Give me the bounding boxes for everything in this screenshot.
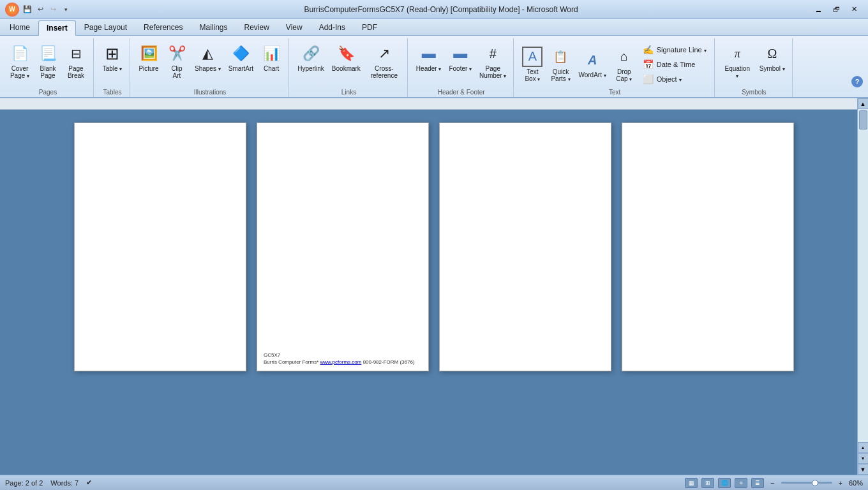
header-label: Header ▾	[416, 65, 442, 72]
tab-home[interactable]: Home	[1, 20, 38, 35]
hyperlink-button[interactable]: 🔗 Hyperlink	[294, 41, 327, 75]
smartart-button[interactable]: 🔷 SmartArt	[225, 41, 257, 75]
table-button[interactable]: ⊞ Table ▾	[99, 41, 126, 75]
date-time-button[interactable]: 📅 Date & Time	[639, 57, 710, 71]
page-break-button[interactable]: ⊟ PageBreak	[63, 41, 89, 82]
symbol-button[interactable]: Ω Symbol ▾	[756, 41, 788, 75]
zoom-plus-button[interactable]: +	[839, 479, 842, 487]
tab-add-ins[interactable]: Add-Ins	[311, 20, 354, 35]
word-count: Words: 7	[50, 479, 79, 487]
ribbon-group-tables: ⊞ Table ▾ Tables	[95, 38, 130, 97]
undo-button[interactable]: ↩	[34, 4, 46, 15]
tables-group-label: Tables	[99, 87, 126, 97]
equation-label: Equation ▾	[723, 65, 752, 79]
minimize-button[interactable]: 🗕	[811, 3, 827, 16]
outline-view-button[interactable]: ≡	[735, 478, 747, 488]
bookmark-button[interactable]: 🔖 Bookmark	[329, 41, 364, 75]
tab-references[interactable]: References	[135, 20, 191, 35]
wordart-button[interactable]: A WordArt ▾	[575, 47, 609, 81]
customize-quick-access-button[interactable]: ▾	[60, 4, 71, 15]
full-screen-view-button[interactable]: ⊞	[701, 478, 714, 488]
titlebar: W 💾 ↩ ↪ ▾ BurrisComputerFormsGC5X7 (Read…	[0, 0, 868, 19]
illustrations-group-label: Illustrations	[135, 87, 285, 97]
tab-review[interactable]: Review	[236, 20, 277, 35]
page-number-label: PageNumber ▾	[479, 65, 506, 79]
ribbon-group-pages: 📄 CoverPage ▾ 📃 BlankPage ⊟ PageBreak Pa…	[3, 38, 94, 97]
header-button[interactable]: ▬ Header ▾	[413, 41, 445, 75]
symbol-label: Symbol ▾	[760, 65, 785, 72]
shapes-icon: ◭	[197, 43, 218, 64]
links-buttons: 🔗 Hyperlink 🔖 Bookmark ↗ Cross-reference	[294, 38, 403, 87]
scroll-page-down-button[interactable]: ▾	[858, 453, 869, 464]
page-4	[622, 122, 794, 371]
drop-cap-icon: ⌂	[614, 47, 634, 67]
page-3	[439, 122, 611, 371]
help-button[interactable]: ?	[851, 76, 863, 87]
equation-button[interactable]: π Equation ▾	[720, 41, 755, 82]
web-layout-view-button[interactable]: 🌐	[718, 478, 731, 488]
object-icon: ⬜	[643, 74, 654, 84]
quick-access-toolbar: 💾 ↩ ↪ ▾	[22, 4, 71, 15]
table-label: Table ▾	[103, 65, 123, 72]
proofing-icon[interactable]: ✔	[86, 479, 92, 487]
pages-group-label: Pages	[6, 87, 89, 97]
print-layout-view-button[interactable]: ▦	[685, 478, 698, 488]
close-button[interactable]: ✕	[846, 3, 863, 16]
ribbon-group-header-footer: ▬ Header ▾ ▬ Footer ▾ # PageNumber ▾ Hea…	[409, 38, 514, 97]
scroll-thumb[interactable]	[859, 110, 867, 130]
page-number-icon: #	[483, 43, 503, 64]
tab-mailings[interactable]: Mailings	[191, 20, 236, 35]
tab-insert[interactable]: Insert	[38, 20, 76, 36]
page-number-button[interactable]: # PageNumber ▾	[476, 41, 509, 82]
clip-art-label: ClipArt	[171, 65, 182, 79]
date-time-icon: 📅	[643, 59, 654, 70]
restore-button[interactable]: 🗗	[828, 3, 845, 16]
tab-page-layout[interactable]: Page Layout	[76, 20, 135, 35]
equation-icon: π	[727, 43, 747, 64]
chart-icon: 📊	[261, 43, 281, 64]
illustrations-buttons: 🖼️ Picture ✂️ ClipArt ◭ Shapes ▾ 🔷 Smart…	[135, 38, 285, 87]
ribbon-group-symbols: π Equation ▾ Ω Symbol ▾ Symbols	[716, 38, 793, 97]
zoom-slider[interactable]	[781, 479, 832, 487]
signature-line-button[interactable]: ✍ Signature Line ▾	[639, 43, 710, 57]
zoom-minus-button[interactable]: −	[770, 479, 774, 487]
object-button[interactable]: ⬜ Object ▾	[639, 72, 710, 86]
scroll-page-up-button[interactable]: ▴	[858, 442, 869, 453]
draft-view-button[interactable]: ≣	[751, 478, 764, 488]
save-button[interactable]: 💾	[22, 4, 33, 15]
blank-page-button[interactable]: 📃 BlankPage	[34, 41, 61, 82]
date-time-label: Date & Time	[657, 61, 696, 68]
footer-url[interactable]: www.pcforms.com	[320, 359, 361, 365]
tab-view[interactable]: View	[278, 20, 311, 35]
office-logo[interactable]: W	[5, 3, 19, 17]
cross-reference-button[interactable]: ↗ Cross-reference	[365, 41, 403, 82]
footer-label: Footer ▾	[449, 65, 472, 72]
quick-parts-button[interactable]: 📋 QuickParts ▾	[547, 44, 574, 85]
redo-button[interactable]: ↪	[47, 4, 59, 15]
cover-page-button[interactable]: 📄 CoverPage ▾	[6, 41, 33, 82]
text-box-button[interactable]: A TextBox ▾	[519, 44, 546, 85]
ribbon-group-text: A TextBox ▾ 📋 QuickParts ▾ A WordArt ▾ ⌂…	[515, 38, 714, 97]
footer-button[interactable]: ▬ Footer ▾	[445, 41, 475, 75]
chart-button[interactable]: 📊 Chart	[258, 41, 285, 75]
ruler	[0, 98, 868, 110]
scroll-up-button[interactable]: ▲	[858, 98, 869, 109]
tables-buttons: ⊞ Table ▾	[99, 38, 126, 87]
chart-label: Chart	[264, 65, 279, 72]
clip-art-button[interactable]: ✂️ ClipArt	[163, 41, 190, 82]
header-footer-group-label: Header & Footer	[413, 87, 510, 97]
tab-pdf[interactable]: PDF	[354, 20, 385, 35]
cross-reference-icon: ↗	[374, 43, 394, 64]
symbol-icon: Ω	[762, 43, 782, 64]
zoom-thumb[interactable]	[812, 480, 818, 486]
drop-cap-button[interactable]: ⌂ DropCap ▾	[611, 44, 638, 85]
picture-button[interactable]: 🖼️ Picture	[135, 41, 162, 75]
statusbar-right: ▦ ⊞ 🌐 ≡ ≣ − + 60%	[685, 478, 863, 488]
window-title: BurrisComputerFormsGC5X7 (Read-Only) [Co…	[304, 5, 578, 14]
bookmark-icon: 🔖	[336, 43, 356, 64]
blank-page-icon: 📃	[38, 43, 58, 64]
links-group-label: Links	[294, 87, 403, 97]
bookmark-label: Bookmark	[332, 65, 361, 72]
scroll-down-button[interactable]: ▼	[858, 464, 869, 475]
shapes-button[interactable]: ◭ Shapes ▾	[191, 41, 224, 75]
